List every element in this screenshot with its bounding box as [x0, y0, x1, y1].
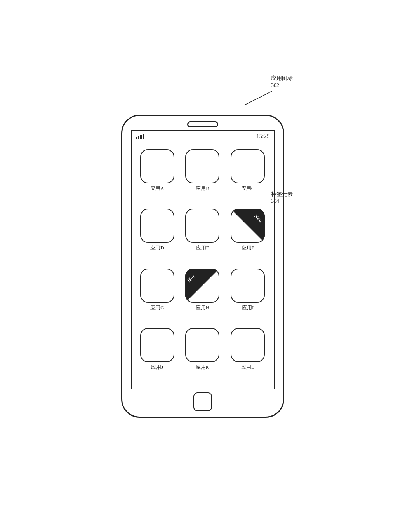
app-icon-wrapper-app-g	[140, 269, 174, 303]
app-icon-wrapper-app-h: Hot	[185, 269, 219, 303]
app-label-app-g: 应用G	[150, 304, 164, 311]
ann-icon-label: 应用图标	[271, 75, 293, 82]
app-icon-app-a	[140, 149, 174, 183]
status-bar: 15:25	[132, 131, 274, 142]
app-label-app-b: 应用B	[196, 185, 209, 192]
phone-screen: 15:25 应用A应用B应用C应用D应用ENew应用F应用GHot应用H应用I应…	[131, 130, 275, 389]
app-icon-app-c	[231, 149, 265, 183]
app-cell-app-j[interactable]: 应用J	[135, 325, 180, 385]
app-cell-app-h[interactable]: Hot应用H	[180, 265, 225, 325]
app-label-app-i: 应用I	[242, 304, 254, 311]
ann-tag-label: 标签元素	[271, 190, 293, 198]
app-icon-wrapper-app-c	[231, 149, 265, 183]
app-grid: 应用A应用B应用C应用D应用ENew应用F应用GHot应用H应用I应用J应用K应…	[132, 142, 274, 389]
app-icon-wrapper-app-d	[140, 209, 174, 243]
app-label-app-j: 应用J	[151, 364, 163, 371]
ann-tag-number: 304	[271, 198, 293, 204]
annotation-tag-element: 标签元素 304	[271, 190, 293, 204]
signal-bar-3	[140, 135, 142, 139]
page-container: 15:25 应用A应用B应用C应用D应用ENew应用F应用GHot应用H应用I应…	[0, 0, 405, 532]
signal-bar-4	[143, 134, 144, 139]
app-label-app-l: 应用L	[241, 364, 254, 371]
app-icon-wrapper-app-k	[185, 328, 219, 362]
app-icon-wrapper-app-i	[231, 269, 265, 303]
speaker	[187, 121, 218, 127]
app-icon-wrapper-app-b	[185, 149, 219, 183]
app-cell-app-g[interactable]: 应用G	[135, 265, 180, 325]
app-icon-wrapper-app-e	[185, 209, 219, 243]
app-icon-app-h	[185, 269, 219, 303]
svg-line-0	[245, 91, 272, 105]
clock-display: 15:25	[256, 133, 269, 140]
annotation-app-icon: 应用图标 302	[271, 75, 293, 89]
signal-indicator	[136, 133, 144, 139]
phone-shell: 15:25 应用A应用B应用C应用D应用ENew应用F应用GHot应用H应用I应…	[121, 115, 284, 418]
app-icon-wrapper-app-l	[231, 328, 265, 362]
app-icon-app-f	[231, 209, 265, 243]
app-cell-app-a[interactable]: 应用A	[135, 146, 180, 206]
app-label-app-h: 应用H	[196, 304, 209, 311]
app-icon-wrapper-app-a	[140, 149, 174, 183]
app-icon-app-k	[185, 328, 219, 362]
app-icon-app-l	[231, 328, 265, 362]
app-cell-app-i[interactable]: 应用I	[225, 265, 271, 325]
app-cell-app-k[interactable]: 应用K	[180, 325, 225, 385]
app-label-app-d: 应用D	[150, 244, 164, 251]
app-icon-app-b	[185, 149, 219, 183]
app-cell-app-b[interactable]: 应用B	[180, 146, 225, 206]
app-icon-app-d	[140, 209, 174, 243]
app-label-app-c: 应用C	[241, 185, 255, 192]
app-icon-app-e	[185, 209, 219, 243]
app-icon-app-i	[231, 269, 265, 303]
signal-bar-1	[136, 137, 137, 139]
app-icon-wrapper-app-j	[140, 328, 174, 362]
app-cell-app-c[interactable]: 应用C	[225, 146, 271, 206]
app-label-app-e: 应用E	[196, 244, 209, 251]
app-icon-app-j	[140, 328, 174, 362]
app-cell-app-l[interactable]: 应用L	[225, 325, 271, 385]
home-button[interactable]	[193, 392, 212, 411]
app-label-app-k: 应用K	[196, 364, 209, 371]
app-label-app-a: 应用A	[150, 185, 164, 192]
app-icon-app-g	[140, 269, 174, 303]
app-cell-app-d[interactable]: 应用D	[135, 206, 180, 265]
app-icon-wrapper-app-f: New	[231, 209, 265, 243]
signal-bar-2	[138, 136, 139, 139]
ann-icon-number: 302	[271, 82, 293, 89]
app-cell-app-f[interactable]: New应用F	[225, 206, 271, 265]
app-cell-app-e[interactable]: 应用E	[180, 206, 225, 265]
app-label-app-f: 应用F	[242, 244, 254, 251]
